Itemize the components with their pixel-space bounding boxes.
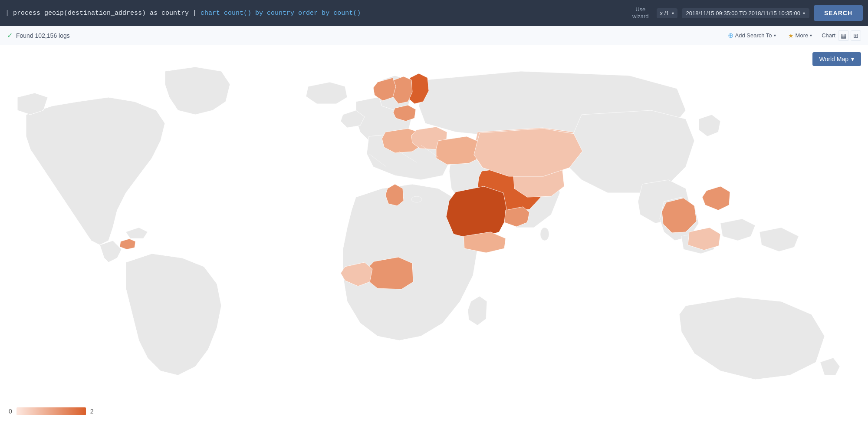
multiplier-value: x /1 (660, 10, 669, 17)
more-button[interactable]: ★ More ▾ (786, 30, 815, 41)
search-query[interactable]: | process geoip(destination_address) as … (5, 10, 629, 17)
query-prefix: | process geoip(destination_address) as … (5, 10, 201, 17)
chevron-down-icon: ▾ (810, 33, 812, 38)
star-icon: ★ (788, 32, 794, 39)
map-container: World Map ▾ 0 2 (0, 45, 868, 426)
world-map-button[interactable]: World Map ▾ (812, 52, 861, 66)
legend-gradient-bar (16, 407, 86, 415)
bar-chart-icon-button[interactable]: ▦ (838, 30, 849, 41)
search-controls: Use wizard x /1 ▾ 2018/11/15 09:35:00 TO… (629, 4, 863, 21)
check-icon: ✓ (7, 31, 13, 40)
table-chart-icon-button[interactable]: ⊞ (851, 30, 861, 41)
query-highlight: chart count() by country order by count(… (201, 10, 361, 17)
chart-label: Chart (822, 32, 835, 39)
legend-max: 2 (90, 408, 94, 415)
results-count: Found 102,156 logs (16, 32, 725, 39)
search-bar: | process geoip(destination_address) as … (0, 0, 868, 26)
legend-min: 0 (9, 408, 12, 415)
map-legend: 0 2 (9, 407, 94, 415)
chart-view-icons: ▦ ⊞ (838, 30, 861, 41)
more-label: More (796, 32, 809, 39)
world-map-svg (0, 45, 868, 426)
date-range-picker[interactable]: 2018/11/15 09:35:00 TO 2018/11/15 10:35:… (682, 8, 809, 18)
results-actions: ⊕ Add Search To ▾ ★ More ▾ Chart ▦ ⊞ (725, 30, 861, 41)
chevron-down-icon: ▾ (851, 56, 854, 63)
chevron-down-icon: ▾ (803, 11, 805, 16)
search-button[interactable]: SEARCH (814, 5, 863, 21)
chevron-down-icon: ▾ (774, 33, 776, 38)
use-wizard-button[interactable]: Use wizard (629, 4, 652, 21)
world-map-label: World Map (819, 56, 848, 63)
results-bar: ✓ Found 102,156 logs ⊕ Add Search To ▾ ★… (0, 26, 868, 45)
add-search-button[interactable]: ⊕ Add Search To ▾ (725, 30, 779, 41)
add-search-label: Add Search To (735, 32, 772, 39)
plus-icon: ⊕ (728, 31, 733, 40)
svg-point-1 (411, 196, 422, 202)
chevron-down-icon: ▾ (672, 11, 674, 16)
date-range-value: 2018/11/15 09:35:00 TO 2018/11/15 10:35:… (686, 10, 800, 17)
chart-toggle: Chart ▦ ⊞ (822, 30, 861, 41)
multiplier-selector[interactable]: x /1 ▾ (657, 8, 677, 18)
svg-point-2 (540, 228, 549, 241)
